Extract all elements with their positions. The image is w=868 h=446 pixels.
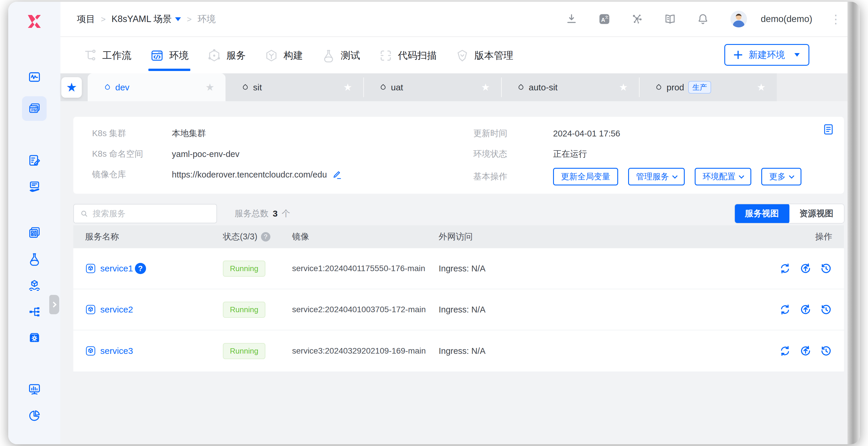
env-tab-auto-sit[interactable]: auto-sit — [501, 73, 639, 101]
service-link[interactable]: service3 — [85, 345, 133, 357]
tab-version-management[interactable]: 版本管理 — [456, 37, 513, 73]
tab-tests[interactable]: 测试 — [322, 37, 360, 73]
history-rollback-icon[interactable] — [820, 303, 832, 316]
upgrade-icon[interactable] — [799, 262, 812, 275]
update-global-vars-button[interactable]: 更新全局变量 — [553, 168, 618, 185]
download-icon[interactable] — [565, 13, 578, 25]
env-tab-label: dev — [115, 83, 129, 92]
breadcrumb-project-name[interactable]: K8sYAML 场景 — [112, 13, 181, 25]
search-box — [73, 204, 217, 223]
star-icon[interactable] — [757, 82, 766, 93]
tab-environments[interactable]: 环境 — [150, 37, 189, 73]
search-input[interactable] — [93, 209, 211, 218]
star-icon[interactable] — [343, 82, 352, 93]
star-icon[interactable] — [481, 82, 490, 93]
env-config-button[interactable]: 环境配置 — [695, 168, 751, 185]
avatar[interactable] — [730, 10, 748, 28]
bell-icon[interactable] — [697, 13, 709, 25]
sidebar-item-templates[interactable] — [22, 220, 46, 245]
status-label: 环境状态 — [473, 148, 553, 160]
star-icon[interactable] — [206, 82, 214, 93]
caret-down-icon — [795, 53, 800, 57]
tab-label: 环境 — [169, 49, 189, 62]
table-row: service3 Running service3:20240329202109… — [73, 330, 844, 371]
service-hexagon-icon — [207, 49, 221, 62]
sidebar-item-settings[interactable] — [22, 326, 46, 350]
button-label: 环境配置 — [703, 171, 736, 182]
sidebar-item-release-plan[interactable] — [22, 148, 46, 173]
environment-info-card: K8s 集群 本地集群 K8s 命名空间 yaml-poc-env-dev 镜像… — [73, 117, 844, 194]
help-icon[interactable]: ? — [261, 232, 270, 241]
status-badge: Running — [223, 343, 266, 359]
restart-icon[interactable] — [779, 345, 791, 357]
user-name[interactable]: demo(demo) — [761, 14, 812, 24]
sidebar-item-statistics[interactable] — [22, 377, 46, 402]
new-environment-button[interactable]: 新建环境 — [724, 44, 809, 66]
total-unit: 个 — [282, 208, 290, 219]
updated-value: 2024-04-01 17:56 — [553, 129, 620, 139]
history-rollback-icon[interactable] — [820, 345, 832, 357]
star-icon[interactable] — [619, 82, 628, 93]
tab-code-scan[interactable]: 代码扫描 — [379, 37, 437, 73]
graph-network-icon[interactable] — [631, 13, 643, 25]
env-tab-prod[interactable]: prod 生产 — [639, 73, 777, 101]
env-tab-label: sit — [253, 83, 262, 92]
view-toggle: 服务视图 资源视图 — [734, 204, 844, 224]
service-help-icon[interactable]: ? — [135, 263, 146, 274]
ingress-value: Ingress: N/A — [439, 305, 752, 315]
sidebar-item-delivery[interactable] — [22, 174, 46, 199]
env-tab-label: auto-sit — [529, 83, 557, 92]
document-edit-icon — [28, 153, 41, 167]
scrollbar[interactable] — [847, 2, 860, 444]
svg-text:PM: PM — [31, 108, 37, 112]
favorite-button[interactable] — [61, 77, 82, 98]
namespace-value: yaml-poc-env-dev — [172, 149, 239, 159]
manage-services-button[interactable]: 管理服务 — [628, 168, 685, 185]
chevron-right-icon — [51, 302, 57, 307]
breadcrumb-current-page: 环境 — [198, 13, 216, 25]
breadcrumb-projects[interactable]: 项目 — [77, 13, 95, 25]
file-text-icon[interactable] — [822, 123, 835, 136]
service-link[interactable]: service1 — [85, 263, 133, 274]
service-view-tab[interactable]: 服务视图 — [734, 204, 789, 224]
env-tab-sit[interactable]: sit — [225, 73, 363, 101]
history-rollback-icon[interactable] — [820, 262, 832, 275]
translate-icon[interactable]: A 文 — [598, 13, 611, 25]
sidebar-item-artifacts[interactable] — [22, 273, 46, 298]
tab-workflows[interactable]: 工作流 — [83, 37, 131, 73]
caret-down-icon[interactable] — [175, 17, 181, 21]
docs-book-icon[interactable] — [664, 13, 676, 25]
sidebar-item-insights[interactable] — [22, 403, 46, 428]
scan-brackets-icon — [379, 49, 393, 62]
service-link[interactable]: service2 — [85, 304, 133, 315]
kebab-menu-icon[interactable] — [833, 13, 839, 25]
status-badge: Running — [223, 261, 266, 277]
env-tab-uat[interactable]: uat — [363, 73, 501, 101]
header-image: 镜像 — [292, 231, 439, 243]
sidebar-collapse-handle[interactable] — [49, 295, 59, 314]
upgrade-icon[interactable] — [799, 303, 812, 316]
env-drop-icon — [103, 83, 112, 91]
resource-view-tab[interactable]: 资源视图 — [789, 204, 844, 223]
more-button[interactable]: 更多 — [761, 168, 801, 185]
sidebar-item-resources[interactable] — [22, 299, 46, 324]
total-label: 服务总数 — [235, 208, 269, 219]
env-drop-icon — [517, 83, 525, 91]
edit-pencil-icon[interactable] — [332, 169, 342, 180]
tab-label: 服务 — [226, 49, 246, 62]
tab-label: 版本管理 — [474, 49, 513, 62]
upgrade-icon[interactable] — [799, 345, 812, 357]
sidebar-item-tests[interactable] — [22, 246, 46, 271]
tab-builds[interactable]: 构建 — [265, 37, 303, 73]
sidebar-item-projects[interactable]: PM — [22, 96, 46, 121]
tab-services[interactable]: 服务 — [207, 37, 246, 73]
restart-icon[interactable] — [779, 303, 791, 316]
environment-code-icon — [150, 49, 164, 62]
new-environment-label: 新建环境 — [749, 49, 785, 61]
table-row: service2 Running service2:20240401003705… — [73, 289, 844, 330]
button-label: 更多 — [769, 171, 785, 182]
env-tab-dev[interactable]: dev — [88, 73, 225, 101]
sidebar-item-dashboard[interactable] — [22, 64, 46, 89]
service-name: service1 — [100, 264, 133, 273]
restart-icon[interactable] — [779, 262, 791, 275]
